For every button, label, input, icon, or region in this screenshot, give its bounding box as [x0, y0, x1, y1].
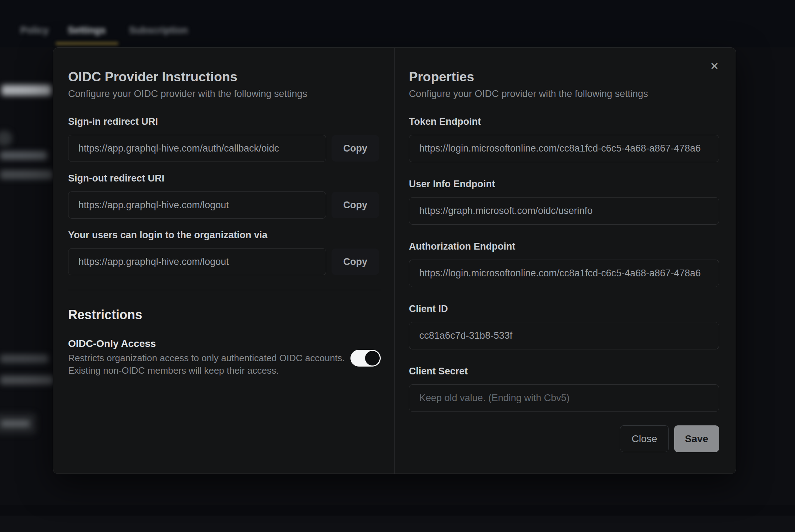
client-secret-row — [409, 384, 719, 412]
login-via-row: Copy — [68, 248, 381, 275]
toggle-knob — [365, 351, 380, 365]
signout-redirect-row: Copy — [68, 191, 381, 219]
column-divider — [394, 48, 395, 474]
close-button[interactable]: Close — [620, 425, 669, 452]
token-endpoint-label: Token Endpoint — [409, 116, 719, 128]
description-line-1: Restricts organization access to only au… — [68, 352, 381, 364]
blurred-heading-blob — [1, 85, 51, 96]
authorization-endpoint-label: Authorization Endpoint — [409, 240, 719, 252]
userinfo-endpoint-row — [409, 197, 719, 225]
tab-policy[interactable]: Policy — [20, 21, 49, 39]
oidc-only-access-description: Restricts organization access to only au… — [68, 352, 381, 377]
restrictions-title: Restrictions — [68, 307, 381, 323]
instructions-column: OIDC Provider Instructions Configure you… — [68, 68, 381, 377]
copy-signout-button[interactable]: Copy — [332, 192, 379, 218]
userinfo-endpoint-label: User Info Endpoint — [409, 178, 719, 190]
oidc-settings-dialog: ✕ OIDC Provider Instructions Configure y… — [53, 47, 736, 474]
copy-login-button[interactable]: Copy — [332, 249, 379, 275]
client-secret-label: Client Secret — [409, 365, 719, 377]
signout-redirect-input[interactable] — [68, 191, 326, 219]
page-footer-band — [0, 505, 795, 516]
properties-subtitle: Configure your OIDC provider with the fo… — [409, 88, 719, 100]
instructions-subtitle: Configure your OIDC provider with the fo… — [68, 88, 381, 100]
authorization-endpoint-row — [409, 260, 719, 287]
dialog-actions: Close Save — [409, 425, 719, 452]
client-id-label: Client ID — [409, 303, 719, 315]
userinfo-endpoint-input[interactable] — [409, 197, 719, 225]
client-secret-input[interactable] — [409, 384, 719, 412]
tab-bar: Policy Settings Subscription — [0, 21, 795, 39]
page-footer — [0, 516, 795, 532]
blurred-button-label-blob — [1, 420, 30, 427]
oidc-only-access-row: OIDC-Only Access Restricts organization … — [68, 337, 381, 377]
token-endpoint-row — [409, 135, 719, 162]
client-id-row — [409, 322, 719, 349]
client-id-input[interactable] — [409, 322, 719, 349]
active-tab-underline — [56, 42, 118, 45]
copy-signin-button[interactable]: Copy — [332, 135, 379, 162]
signin-redirect-label: Sign-in redirect URI — [68, 116, 381, 128]
login-via-label: Your users can login to the organization… — [68, 229, 381, 241]
oidc-only-access-label: OIDC-Only Access — [68, 337, 381, 350]
instructions-title: OIDC Provider Instructions — [68, 68, 381, 86]
login-via-input[interactable] — [68, 248, 326, 275]
oidc-only-access-toggle[interactable] — [350, 350, 381, 367]
tab-settings[interactable]: Settings — [68, 21, 106, 39]
token-endpoint-input[interactable] — [409, 135, 719, 162]
signin-redirect-input[interactable] — [68, 135, 326, 162]
properties-title: Properties — [409, 68, 719, 86]
screen: Policy Settings Subscription ✕ OIDC Prov… — [0, 0, 795, 532]
blurred-text-blob — [0, 170, 53, 179]
blurred-text-blob — [0, 151, 47, 160]
section-divider — [68, 290, 381, 290]
blurred-text-blob — [0, 375, 53, 385]
signin-redirect-row: Copy — [68, 135, 381, 162]
blurred-text-blob — [0, 354, 48, 363]
description-line-2: Existing non-OIDC members will keep thei… — [68, 364, 381, 377]
authorization-endpoint-input[interactable] — [409, 260, 719, 287]
tab-subscription[interactable]: Subscription — [129, 21, 188, 39]
properties-column: Properties Configure your OIDC provider … — [409, 68, 719, 452]
signout-redirect-label: Sign-out redirect URI — [68, 172, 381, 184]
save-button[interactable]: Save — [674, 425, 719, 452]
